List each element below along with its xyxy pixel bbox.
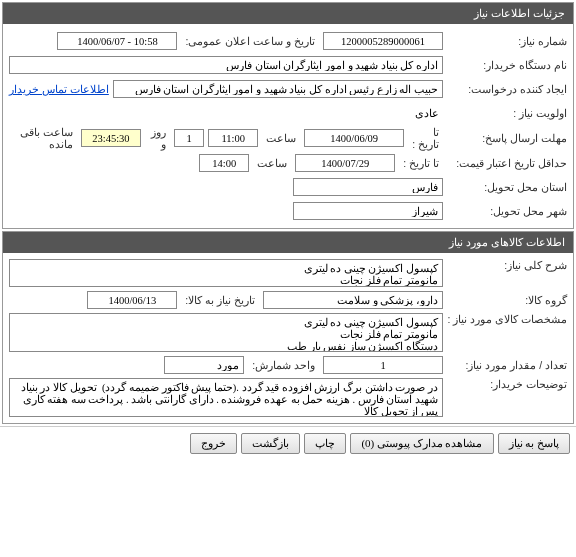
creator-field[interactable]: [113, 80, 443, 98]
validity-label: حداقل تاریخ اعتبار قیمت:: [447, 157, 567, 169]
to-date-label-2: تا تاریخ :: [399, 157, 443, 169]
unit-label: واحد شمارش:: [248, 359, 319, 371]
group-field[interactable]: [263, 291, 443, 309]
need-date-label: تاریخ نیاز به کالا:: [181, 294, 259, 306]
panel2-header: اطلاعات کالاهای مورد نیاز: [3, 232, 573, 253]
need-details-panel: جزئیات اطلاعات نیاز شماره نیاز: تاریخ و …: [2, 2, 574, 229]
qty-field[interactable]: [323, 356, 443, 374]
request-no-field[interactable]: [323, 32, 443, 50]
remain-label: ساعت باقی مانده: [9, 126, 77, 150]
exit-button[interactable]: خروج: [190, 433, 237, 454]
days-and-label: روز و: [145, 126, 170, 150]
priority-label: اولویت نیاز :: [447, 107, 567, 119]
goods-info-panel: اطلاعات کالاهای مورد نیاز شرح کلی نیاز: …: [2, 231, 574, 424]
panel1-header: جزئیات اطلاعات نیاز: [3, 3, 573, 24]
desc-field[interactable]: [9, 259, 443, 287]
group-label: گروه کالا:: [447, 294, 567, 306]
spec-field[interactable]: [9, 313, 443, 352]
desc-label: شرح کلی نیاز:: [447, 259, 567, 271]
time-label-1: ساعت: [262, 132, 300, 144]
province-field[interactable]: [293, 178, 443, 196]
deadline-time-field[interactable]: [208, 129, 258, 147]
validity-time-field[interactable]: [199, 154, 249, 172]
notes-field[interactable]: [9, 378, 443, 417]
remain-time-field: [81, 129, 141, 147]
print-button[interactable]: چاپ: [304, 433, 346, 454]
need-date-field[interactable]: [87, 291, 177, 309]
time-label-2: ساعت: [253, 157, 291, 169]
back-button[interactable]: بازگشت: [241, 433, 300, 454]
priority-value: عادی: [411, 107, 443, 119]
respond-button[interactable]: پاسخ به نیاز: [498, 433, 571, 454]
city-label: شهر محل تحویل:: [447, 205, 567, 217]
validity-date-field[interactable]: [295, 154, 395, 172]
unit-field[interactable]: [164, 356, 244, 374]
contact-buyer-link[interactable]: اطلاعات تماس خریدار: [9, 83, 109, 95]
attachments-button[interactable]: مشاهده مدارک پیوستی (0): [350, 433, 493, 454]
deadline-label: مهلت ارسال پاسخ:: [447, 132, 567, 144]
action-button-row: پاسخ به نیاز مشاهده مدارک پیوستی (0) چاپ…: [0, 426, 576, 460]
days-field[interactable]: [174, 129, 204, 147]
deadline-date-field[interactable]: [304, 129, 404, 147]
request-no-label: شماره نیاز:: [447, 35, 567, 47]
buyer-label: نام دستگاه خریدار:: [447, 59, 567, 71]
creator-label: ایجاد کننده درخواست:: [447, 83, 567, 95]
qty-label: تعداد / مقدار مورد نیاز:: [447, 359, 567, 371]
city-field[interactable]: [293, 202, 443, 220]
to-date-label-1: تا تاریخ :: [408, 126, 443, 150]
notes-label: توضیحات خریدار:: [447, 378, 567, 390]
announce-label: تاریخ و ساعت اعلان عمومی:: [181, 35, 319, 47]
spec-label: مشخصات کالای مورد نیاز :: [447, 313, 567, 325]
buyer-field[interactable]: [9, 56, 443, 74]
announce-field[interactable]: [57, 32, 177, 50]
province-label: استان محل تحویل:: [447, 181, 567, 193]
